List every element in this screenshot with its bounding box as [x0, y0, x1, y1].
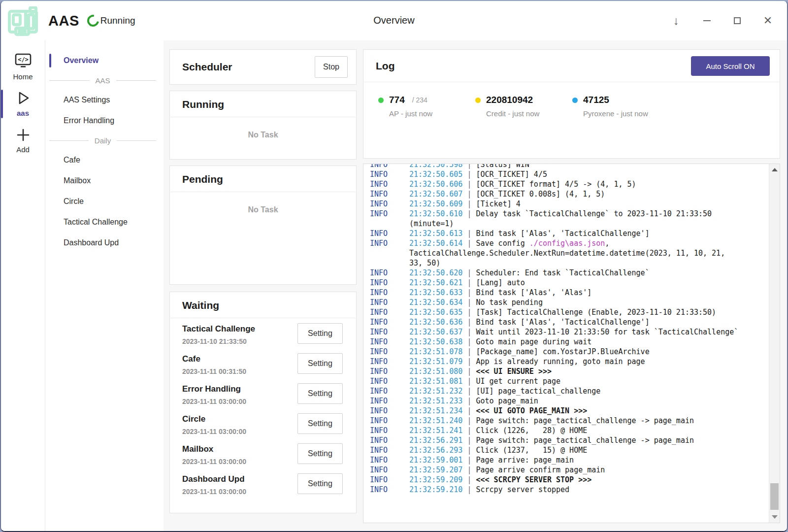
- task-setting-button[interactable]: Setting: [297, 323, 343, 344]
- close-button[interactable]: ✕: [761, 14, 774, 27]
- scroll-up-arrow-icon[interactable]: [772, 168, 778, 171]
- log-timestamp: 21:32:51.079: [409, 357, 462, 366]
- task-setting-button[interactable]: Setting: [297, 443, 343, 464]
- log-message: Click (1237, 15) @ HOME: [476, 446, 587, 455]
- log-time: 21:32:59.209 |: [409, 475, 476, 484]
- stat-label: Credit - just now: [486, 109, 572, 118]
- log-body: 21:32:51.240 | Page switch: page_tactica…: [409, 416, 742, 426]
- log-pipe: |: [462, 318, 476, 327]
- log-level: INFO: [370, 288, 409, 298]
- log-level: INFO: [370, 179, 409, 189]
- log-pipe: |: [462, 387, 476, 396]
- waiting-card: Waiting Tactical Challenge2023-11-10 21:…: [169, 292, 357, 513]
- app-name: AAS: [48, 13, 79, 29]
- nav-item-circle[interactable]: Circle: [45, 191, 164, 212]
- log-body: 21:32:50.607 | [OCR_TICKET 0.008s] (4, 1…: [409, 189, 742, 199]
- maximize-button[interactable]: [731, 14, 744, 27]
- nav-section-divider: AAS: [45, 71, 164, 90]
- log-body: 21:32:51.234 | <<< UI GOTO PAGE_MAIN >>>: [409, 406, 742, 416]
- log-message: [UI] page_tactical_challenge: [476, 387, 600, 396]
- nav-item-aas-settings[interactable]: AAS Settings: [45, 90, 164, 110]
- log-scrollbar[interactable]: [769, 164, 780, 523]
- stat-dot-icon: [572, 98, 578, 103]
- sidebar-item-label: aas: [17, 109, 29, 117]
- log-line: INFO21:32:50.633 | Bind task ['Alas', 'A…: [363, 288, 780, 298]
- log-time: 21:32:50.605 |: [409, 170, 476, 179]
- log-line: INFO21:32:59.001 | Page arrive: page_mai…: [363, 455, 780, 465]
- log-timestamp: 21:32:50.609: [409, 200, 462, 208]
- log-level: INFO: [370, 455, 409, 465]
- log-time: 21:32:59.210 |: [409, 485, 476, 494]
- sidebar-item-aas[interactable]: aas: [1, 86, 45, 122]
- task-setting-button[interactable]: Setting: [297, 383, 343, 404]
- log-message: Click (1226, 28) @ HOME: [476, 426, 587, 435]
- log-time: 21:32:51.078 |: [409, 347, 476, 356]
- log-line: INFO21:32:50.621 | [Lang] auto: [363, 278, 780, 288]
- log-pipe: |: [462, 209, 476, 218]
- task-setting-button[interactable]: Setting: [297, 413, 343, 434]
- log-timestamp: 21:32:50.638: [409, 337, 462, 346]
- log-message: Goto main page during wait: [476, 337, 591, 346]
- log-pipe: |: [462, 347, 476, 356]
- nav-item-tactical-challenge[interactable]: Tactical Challenge: [45, 212, 164, 233]
- log-line: INFO21:32:50.607 | [OCR_TICKET 0.008s] (…: [363, 189, 780, 199]
- waiting-task-info: Mailbox2023-11-11 03:00:00: [182, 442, 246, 466]
- log-message: No task pending: [476, 298, 542, 307]
- titlebar: AAS Running Overview ↓ ✕: [1, 1, 787, 40]
- log-line: INFO21:32:59.210 | Scrcpy server stopped: [363, 485, 780, 495]
- log-message: [Package_name] com.YostarJP.BlueArchive: [476, 347, 649, 356]
- log-timestamp: 21:32:50.614: [409, 239, 462, 248]
- plus-icon: [16, 128, 30, 144]
- log-timestamp: 21:32:50.621: [409, 278, 462, 287]
- nav-item-error-handling[interactable]: Error Handling: [45, 110, 164, 131]
- log-line: INFO21:32:51.078 | [Package_name] com.Yo…: [363, 347, 780, 357]
- scroll-thumb[interactable]: [770, 483, 779, 510]
- task-setting-button[interactable]: Setting: [297, 353, 343, 374]
- sidebar-item-home[interactable]: </>Home: [1, 49, 45, 85]
- task-setting-button[interactable]: Setting: [297, 473, 343, 494]
- log-line: INFO21:32:56.293 | Click (1237, 15) @ HO…: [363, 445, 780, 455]
- log-body: 21:32:51.241 | Click (1226, 28) @ HOME: [409, 426, 742, 435]
- main-area: Scheduler Stop Running No Task Pending N…: [164, 40, 787, 531]
- auto-scroll-toggle[interactable]: Auto Scroll ON: [691, 56, 770, 76]
- log-pipe: |: [462, 406, 476, 415]
- minimize-button[interactable]: [700, 14, 713, 27]
- log-body: 21:32:50.633 | Bind task ['Alas', 'Alas'…: [409, 288, 742, 298]
- log-body: 21:32:50.638 | Goto main page during wai…: [409, 337, 742, 347]
- log-pipe: |: [462, 475, 476, 484]
- scroll-down-arrow-icon[interactable]: [772, 515, 778, 519]
- log-message: [Lang] auto: [476, 278, 525, 287]
- log-time: 21:32:51.079 |: [409, 357, 476, 366]
- nav-item-overview[interactable]: Overview: [45, 50, 164, 71]
- log-body: 21:32:50.637 | Wait until 2023-11-10 21:…: [409, 327, 742, 337]
- window-controls: ↓ ✕: [670, 1, 774, 40]
- log-body: 21:32:50.606 | [OCR_TICKET format] 4/5 -…: [409, 179, 742, 189]
- log-timestamp: 21:32:56.291: [409, 436, 462, 445]
- log-line: INFO21:32:50.620 | Scheduler: End task `…: [363, 268, 780, 278]
- log-message: Bind task ['Alas', 'TacticalChallenge']: [476, 318, 649, 327]
- log-time: 21:32:51.240 |: [409, 416, 476, 425]
- nav-item-dashboard-upd[interactable]: Dashboard Upd: [45, 233, 164, 253]
- log-time: 21:32:59.207 |: [409, 466, 476, 474]
- log-timestamp: 21:32:50.620: [409, 268, 462, 277]
- stat-label: AP - just now: [389, 109, 475, 118]
- log-message: Scheduler: End task `TacticalChallenge`: [476, 268, 649, 277]
- nav-item-cafe[interactable]: Cafe: [45, 150, 164, 170]
- log-line: INFO21:32:51.080 | <<< UI ENSURE >>>: [363, 366, 780, 376]
- nav-item-mailbox[interactable]: Mailbox: [45, 170, 164, 191]
- log-pipe: |: [462, 446, 476, 455]
- log-timestamp: 21:32:50.610: [409, 209, 462, 218]
- log-body: 21:32:50.636 | Bind task ['Alas', 'Tacti…: [409, 317, 742, 327]
- log-line: INFO21:32:51.240 | Page switch: page_tac…: [363, 416, 780, 426]
- sidebar-item-add[interactable]: Add: [1, 123, 45, 159]
- download-update-icon[interactable]: ↓: [670, 14, 683, 27]
- log-body: 21:32:50.610 | Delay task `TacticalChall…: [409, 209, 742, 229]
- log-level: INFO: [370, 396, 409, 406]
- icon-sidebar: </>HomeaasAdd: [1, 40, 45, 531]
- log-level: INFO: [370, 435, 409, 445]
- stop-button[interactable]: Stop: [315, 56, 348, 78]
- pending-title: Pending: [182, 173, 223, 185]
- log-message: <<< SCRCPY SERVER STOP >>>: [476, 475, 591, 484]
- divider: [170, 117, 356, 117]
- log-pipe: |: [462, 367, 476, 376]
